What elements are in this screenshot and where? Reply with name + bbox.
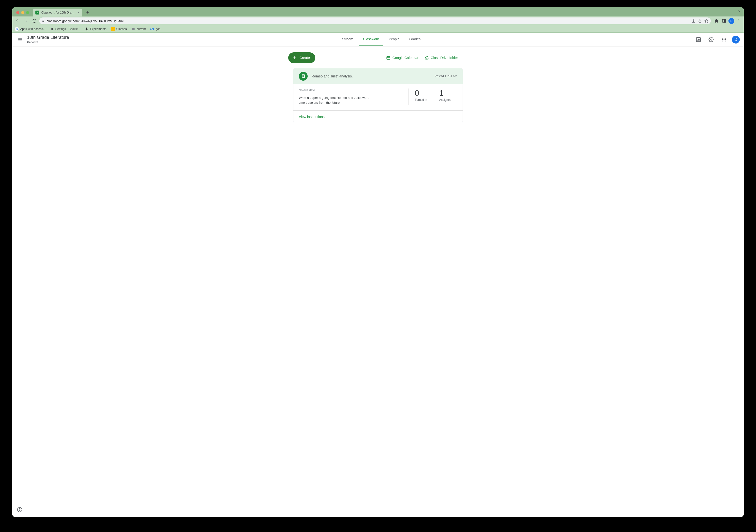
bookmark-item[interactable]: Experiments xyxy=(85,27,106,31)
bookmark-item[interactable]: Settings - Cookie... xyxy=(50,27,80,31)
classes-icon xyxy=(111,27,115,31)
assignment-body: No due date Write a paper arguing that R… xyxy=(293,84,323,110)
actions-row: Create Google Calendar Class Drive folde… xyxy=(298,50,323,68)
plus-icon xyxy=(292,55,297,60)
tab-title: Classwork for 10th Grade Liter... xyxy=(41,11,76,14)
close-window-button[interactable] xyxy=(16,11,19,14)
bookmark-item[interactable]: Classes xyxy=(111,27,127,31)
back-button[interactable] xyxy=(14,17,21,24)
close-tab-icon[interactable]: × xyxy=(78,11,80,14)
address-bar[interactable]: classroom.google.com/u/0/w/NjEyMDI4ODIxM… xyxy=(40,17,323,24)
menu-button[interactable] xyxy=(14,34,26,45)
assignment-icon xyxy=(299,72,308,81)
classroom-app: 10th Grade Literature Period 3 Stream Cl… xyxy=(12,33,323,227)
new-tab-button[interactable]: + xyxy=(84,9,91,16)
minimize-window-button[interactable] xyxy=(21,11,24,14)
bookmark-label: Classes xyxy=(116,27,127,31)
bookmarks-bar: G Apps with access... Settings - Cookie.… xyxy=(12,25,323,33)
create-button[interactable]: Create xyxy=(288,52,315,63)
maximize-window-button[interactable] xyxy=(26,11,29,14)
assignment-card: Romeo and Juliet analysis. Posted 11:51 … xyxy=(293,68,323,123)
url-text: classroom.google.com/u/0/w/NjEyMDI4ODIxM… xyxy=(47,19,124,23)
bookmark-label: Settings - Cookie... xyxy=(55,27,80,31)
assignment-title: Romeo and Juliet analysis. xyxy=(311,74,323,78)
browser-toolbar: classroom.google.com/u/0/w/NjEyMDI4ODIxM… xyxy=(12,16,323,25)
bookmark-label: Experiments xyxy=(90,27,106,31)
due-date: No due date xyxy=(299,89,323,92)
class-name: 10th Grade Literature xyxy=(27,35,69,40)
view-instructions-link[interactable]: View instructions xyxy=(299,115,323,119)
classroom-favicon xyxy=(36,11,40,14)
google-icon: G xyxy=(15,27,19,31)
flask-icon xyxy=(85,27,89,31)
class-info[interactable]: 10th Grade Literature Period 3 xyxy=(27,35,69,44)
svg-point-0 xyxy=(37,12,38,13)
main-content: Create Google Calendar Class Drive folde… xyxy=(298,46,323,133)
create-label: Create xyxy=(300,56,310,60)
bookmark-label: current xyxy=(137,27,146,31)
bookmark-label: Apps with access... xyxy=(20,27,45,31)
bookmark-item[interactable]: G Apps with access... xyxy=(15,27,45,31)
api-icon: API xyxy=(150,27,154,31)
assignment-footer: View instructions xyxy=(293,110,323,123)
assignment-header[interactable]: Romeo and Juliet analysis. Posted 11:51 … xyxy=(293,68,323,84)
forward-button[interactable] xyxy=(23,17,30,24)
svg-rect-3 xyxy=(42,21,44,22)
folder-icon xyxy=(131,27,135,31)
reload-button[interactable] xyxy=(31,17,38,24)
bookmark-item[interactable]: current xyxy=(131,27,146,31)
assignment-description: Write a paper arguing that Romeo and Jul… xyxy=(299,95,323,105)
bookmark-item[interactable]: API gcp xyxy=(150,27,160,31)
svg-point-13 xyxy=(113,28,113,29)
window-controls xyxy=(15,11,32,16)
nav-tabs: Stream Classwork People Grades xyxy=(69,33,323,46)
bookmark-label: gcp xyxy=(156,27,160,31)
lock-icon xyxy=(42,19,45,22)
gear-icon xyxy=(50,27,54,31)
tab-strip: Classwork for 10th Grade Liter... × + xyxy=(12,7,323,16)
browser-tab[interactable]: Classwork for 10th Grade Liter... × xyxy=(33,9,82,16)
app-header: 10th Grade Literature Period 3 Stream Cl… xyxy=(12,33,323,46)
browser-window: Classwork for 10th Grade Liter... × + cl… xyxy=(12,7,323,227)
class-section: Period 3 xyxy=(27,40,69,44)
